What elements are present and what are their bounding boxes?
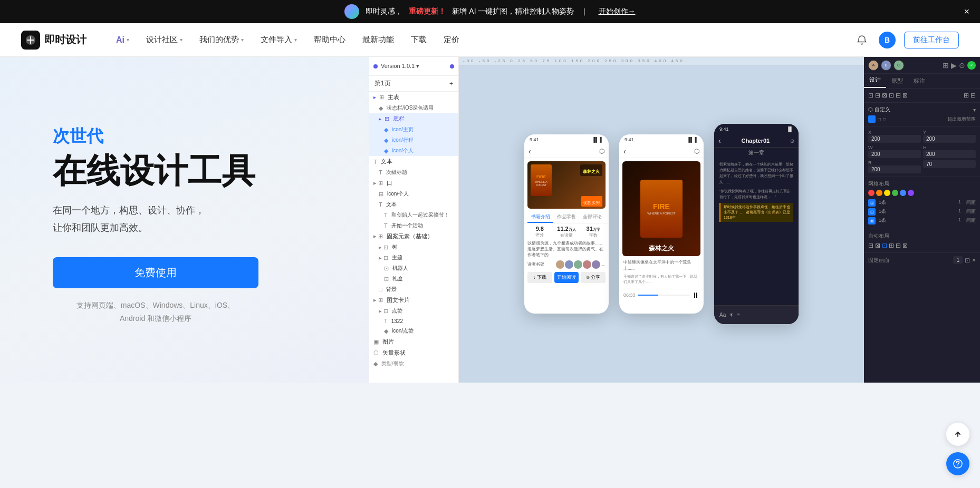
layer-vector[interactable]: ⬡ 矢量形状 [369, 347, 458, 358]
nav-help-label: 帮助中心 [314, 35, 345, 45]
layer-status-bar[interactable]: ◆ 状态栏/iOS深色适用 [369, 103, 458, 113]
layer-elements[interactable]: ▸ ⊞ 固案元素（基础） [369, 231, 458, 242]
close-section-icon[interactable]: × [972, 257, 976, 264]
start-reading-btn[interactable]: 开始阅读 [554, 272, 579, 283]
grid-count-1: 1 [958, 199, 961, 207]
phone-mockup-3: 9:41 ▐▌ ‹ Chapter01 ⊙ 第一章 我紧缩着身 [714, 124, 799, 324]
color-orange[interactable] [876, 190, 882, 196]
right-panel-icon3[interactable]: ⊙ [959, 61, 965, 70]
layer-icon-personal[interactable]: ◆ icon/个人 [369, 145, 458, 156]
layer-main-frame[interactable]: ▸ ⊞ 主表 [369, 92, 458, 103]
nav-advantages[interactable]: 我们的优势 ▾ [191, 23, 252, 57]
add-layer-icon[interactable]: + [449, 80, 453, 87]
layers-panel-header: 第1页 + [369, 76, 458, 92]
nav-import[interactable]: 文件导入 ▾ [252, 23, 305, 57]
nav-help[interactable]: 帮助中心 [305, 23, 354, 57]
grid-cell-2: ⊟ [868, 208, 876, 216]
phone-dark-text-2: "你说我快到终点了呢，你往前再走好几百步就行了，先前我来时也这样说……" [714, 188, 799, 200]
online-dot [450, 64, 454, 69]
layer-robot[interactable]: ⊡ 机器人 [369, 263, 458, 274]
notification-bell-icon[interactable] [853, 32, 870, 48]
free-trial-button[interactable]: 免费使用 [53, 257, 258, 288]
distribute-h-icon[interactable]: ⊞ [964, 92, 969, 99]
layer-like[interactable]: ▸ ⊡ 点赞 [369, 306, 458, 316]
align-center-v-icon[interactable]: ⊟ [896, 92, 901, 99]
tab-annotation[interactable]: 标注 [908, 77, 930, 88]
fixed-count[interactable]: 1 [953, 256, 963, 264]
nav-features[interactable]: 最新功能 [354, 23, 402, 57]
layout-icon-4[interactable]: ⊞ [889, 242, 894, 249]
color-yellow[interactable] [884, 190, 890, 196]
align-left-icon[interactable]: ⊡ [868, 92, 873, 99]
color-blue[interactable] [900, 190, 906, 196]
nav-download-label: 下载 [411, 35, 427, 45]
layer-gift[interactable]: ⊡ 礼盒 [369, 274, 458, 284]
editor-properties-panel: A B C ⊞ ▶ ⊙ ✓ 设计 原型 [864, 57, 980, 383]
align-top-icon[interactable]: ⊡ [889, 92, 894, 99]
collab-avatar-3: C [893, 60, 904, 71]
right-panel-icon1[interactable]: ⊞ [943, 61, 949, 70]
distribute-v-icon[interactable]: ⊟ [971, 92, 976, 99]
radius-value[interactable]: 200 [868, 165, 921, 173]
grid-gap-3: 间距 [966, 217, 976, 225]
align-right-icon[interactable]: ⊠ [882, 92, 887, 99]
opacity-value[interactable]: 70 [923, 160, 976, 168]
nav-pricing[interactable]: 定价 [435, 23, 468, 57]
align-bottom-icon[interactable]: ⊠ [902, 92, 908, 99]
grid-count-2: 1 [958, 208, 961, 216]
download-btn[interactable]: ↓ 下载 [527, 272, 552, 283]
nav-download[interactable]: 下载 [402, 23, 435, 57]
layer-icon-itinerary[interactable]: ◆ icon/行程 [369, 135, 458, 145]
align-center-h-icon[interactable]: ⊟ [875, 92, 880, 99]
layer-harvest[interactable]: T 和创始人一起过采摘节！ [369, 210, 458, 220]
w-field-group: W 200 [868, 145, 921, 158]
nav-community[interactable]: 设计社区 ▾ [138, 23, 191, 57]
option-selected[interactable] [868, 115, 876, 123]
color-green[interactable] [892, 190, 898, 196]
logo-icon [21, 31, 40, 50]
tab-prototype[interactable]: 原型 [886, 77, 908, 88]
y-value[interactable]: 200 [923, 135, 976, 143]
layer-icon-like[interactable]: ◆ icon/点赞 [369, 326, 458, 336]
layer-theme[interactable]: ▸ ⊡ 主题 [369, 252, 458, 263]
layer-1322[interactable]: T 1322 [369, 316, 458, 326]
user-avatar[interactable]: B [879, 32, 896, 48]
layout-icon-5[interactable]: ⊟ [896, 242, 901, 249]
banner-cta[interactable]: 开始创作→ [599, 7, 636, 16]
layer-start-activity[interactable]: T 开始一个活动 [369, 220, 458, 231]
right-panel-icon2[interactable]: ▶ [951, 61, 957, 70]
layer-icon-personal2[interactable]: ⊞ icon/个人 [369, 189, 458, 199]
w-value[interactable]: 200 [868, 150, 921, 158]
color-red[interactable] [868, 190, 875, 196]
layer-bottom-bar[interactable]: ▸ ⊞ 底栏 [369, 113, 458, 124]
logo[interactable]: 即时设计 [21, 31, 87, 50]
banner-close-button[interactable]: × [964, 6, 969, 17]
color-purple[interactable] [908, 190, 914, 196]
tab-design[interactable]: 设计 [864, 76, 886, 88]
x-value[interactable]: 200 [868, 135, 921, 143]
hero-desc-line1: 在同一个地方，构思、设计、协作， [53, 205, 205, 216]
nav-ai[interactable]: Ai ▾ [108, 23, 138, 57]
layer-card[interactable]: ▸ ⊞ 图文卡片 [369, 295, 458, 306]
goto-workspace-button[interactable]: 前往工作台 [904, 32, 959, 48]
layout-icon-6[interactable]: ⊠ [902, 242, 908, 249]
layer-image[interactable]: ▣ 图片 [369, 336, 458, 347]
phone-stats: 9.8 评分 11.2万人 在读量 31万字 字数 [524, 223, 609, 240]
expand-icon[interactable]: ⊡ [965, 257, 970, 264]
layout-icon-2[interactable]: ⊠ [875, 242, 880, 249]
layout-icon-1[interactable]: ⊟ [868, 242, 873, 249]
layer-subtitle[interactable]: T 次级标题 [369, 167, 458, 178]
share-btn[interactable]: ⊙ 分享 [581, 272, 606, 283]
h-value[interactable]: 200 [923, 150, 976, 158]
layout-icon-3-active[interactable]: ⊡ [882, 242, 887, 249]
fill-section: 网格布局 ⊞ 1条 [864, 177, 980, 229]
layer-icon-home[interactable]: ◆ icon/主页 [369, 124, 458, 135]
layer-bg[interactable]: □ 背景 [369, 284, 458, 295]
layer-tree[interactable]: ▸ ⊡ 树 [369, 242, 458, 252]
auto-layout-tools: ⊟ ⊠ ⊡ ⊞ ⊟ ⊠ [868, 242, 976, 249]
layer-food-type[interactable]: ◆ 类型/餐饮 [369, 358, 458, 369]
layer-text2[interactable]: T 文本 [369, 199, 458, 210]
layer-frame2[interactable]: ▸ ⊞ 口 [369, 178, 458, 189]
layer-text1[interactable]: T 文本 [369, 156, 458, 167]
hero-subtitle: 次世代 [53, 125, 338, 148]
